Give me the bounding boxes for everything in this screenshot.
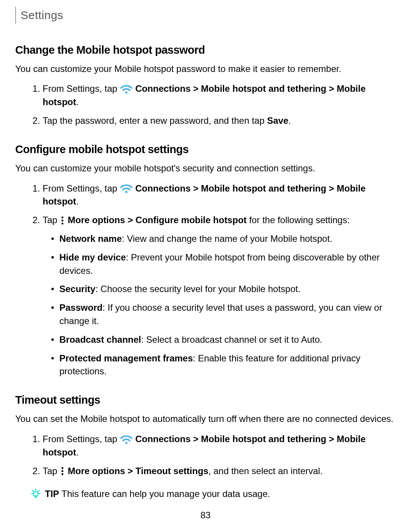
step2-b: > Configure mobile hotspot bbox=[125, 215, 247, 225]
steps-change-password: From Settings, tap Connections > Mobile … bbox=[15, 82, 396, 127]
step-2: Tap the password, enter a new password, … bbox=[43, 114, 396, 128]
svg-point-7 bbox=[62, 470, 64, 472]
step2-c: for the following settings: bbox=[247, 215, 350, 225]
bullet-label: Password bbox=[59, 302, 102, 313]
bullet-label: Network name bbox=[59, 233, 122, 244]
steps-configure: From Settings, tap Connections > Mobile … bbox=[15, 182, 396, 379]
bullet-label: Security bbox=[59, 284, 96, 294]
more-options-label: More options bbox=[68, 215, 125, 225]
bullet-text: : Choose the security level for your Mob… bbox=[96, 284, 301, 294]
bullet-text: : Select a broadcast channel or set it t… bbox=[141, 334, 322, 345]
wifi-icon bbox=[120, 83, 133, 94]
step-1: From Settings, tap Connections > Mobile … bbox=[43, 433, 396, 459]
lightbulb-icon bbox=[30, 488, 41, 499]
tip-label: TIP bbox=[45, 489, 59, 499]
bullet-label: Broadcast channel bbox=[59, 334, 141, 345]
list-item: Protected management frames: Enable this… bbox=[53, 352, 396, 379]
bullet-label: Hide my device bbox=[59, 252, 126, 262]
bullet-text: : If you choose a security level that us… bbox=[59, 302, 382, 326]
section-timeout: Timeout settings You can set the Mobile … bbox=[15, 392, 396, 501]
period: . bbox=[76, 447, 79, 457]
step1-prefix: From Settings, tap bbox=[43, 183, 120, 193]
heading-configure: Configure mobile hotspot settings bbox=[15, 141, 396, 157]
step2-a: Tap bbox=[43, 466, 60, 476]
step2-a: Tap the password, enter a new password, … bbox=[43, 115, 267, 126]
step-1: From Settings, tap Connections > Mobile … bbox=[43, 182, 396, 209]
step2-b: > Timeout settings bbox=[125, 466, 209, 476]
more-options-icon bbox=[60, 466, 65, 475]
more-options-label: More options bbox=[68, 466, 125, 476]
list-item: Security: Choose the security level for … bbox=[53, 283, 396, 296]
svg-point-1 bbox=[125, 191, 127, 193]
step2-b: Save bbox=[267, 115, 288, 126]
more-options-icon bbox=[60, 216, 65, 225]
wifi-icon bbox=[120, 183, 133, 193]
list-item: Hide my device: Prevent your Mobile hots… bbox=[53, 251, 396, 278]
heading-change-password: Change the Mobile hotspot password bbox=[15, 42, 396, 58]
svg-point-5 bbox=[125, 442, 127, 444]
intro-change-password: You can customize your Mobile hotspot pa… bbox=[15, 62, 396, 76]
svg-line-14 bbox=[32, 490, 33, 492]
list-item: Broadcast channel: Select a broadcast ch… bbox=[53, 333, 396, 347]
tip-text: This feature can help you manage your da… bbox=[59, 489, 270, 499]
bullet-list: Network name: View and change the name o… bbox=[43, 232, 396, 378]
list-item: Password: If you choose a security level… bbox=[53, 301, 396, 328]
svg-point-6 bbox=[62, 467, 64, 469]
page-number: 83 bbox=[0, 509, 411, 522]
svg-point-2 bbox=[62, 216, 64, 218]
heading-timeout: Timeout settings bbox=[15, 392, 396, 408]
intro-timeout: You can set the Mobile hotspot to automa… bbox=[15, 412, 396, 426]
step1-prefix: From Settings, tap bbox=[43, 434, 120, 444]
tip-text-wrap: TIP This feature can help you manage you… bbox=[45, 487, 270, 501]
step2-c: . bbox=[288, 115, 291, 126]
svg-point-8 bbox=[62, 473, 64, 475]
svg-point-0 bbox=[125, 91, 127, 94]
step-2: Tap More options > Timeout settings, and… bbox=[43, 465, 396, 478]
step2-a: Tap bbox=[43, 215, 60, 225]
bullet-label: Protected management frames bbox=[59, 353, 193, 363]
step-1: From Settings, tap Connections > Mobile … bbox=[43, 82, 396, 109]
steps-timeout: From Settings, tap Connections > Mobile … bbox=[15, 433, 396, 478]
intro-configure: You can customize your mobile hotspot's … bbox=[15, 162, 396, 175]
section-configure: Configure mobile hotspot settings You ca… bbox=[15, 141, 396, 378]
svg-line-15 bbox=[38, 490, 39, 492]
header-title: Settings bbox=[21, 7, 396, 24]
list-item: Network name: View and change the name o… bbox=[53, 232, 396, 246]
section-change-password: Change the Mobile hotspot password You c… bbox=[15, 42, 396, 128]
svg-point-4 bbox=[62, 222, 64, 224]
svg-point-3 bbox=[62, 219, 64, 221]
period: . bbox=[76, 97, 79, 107]
bullet-text: : View and change the name of your Mobil… bbox=[122, 233, 332, 244]
step-2: Tap More options > Configure mobile hots… bbox=[43, 214, 396, 378]
step2-c: , and then select an interval. bbox=[209, 466, 323, 476]
tip-row: TIP This feature can help you manage you… bbox=[15, 487, 396, 501]
step1-prefix: From Settings, tap bbox=[43, 83, 120, 94]
page-header: Settings bbox=[15, 7, 396, 24]
period: . bbox=[76, 196, 79, 206]
wifi-icon bbox=[120, 434, 133, 444]
